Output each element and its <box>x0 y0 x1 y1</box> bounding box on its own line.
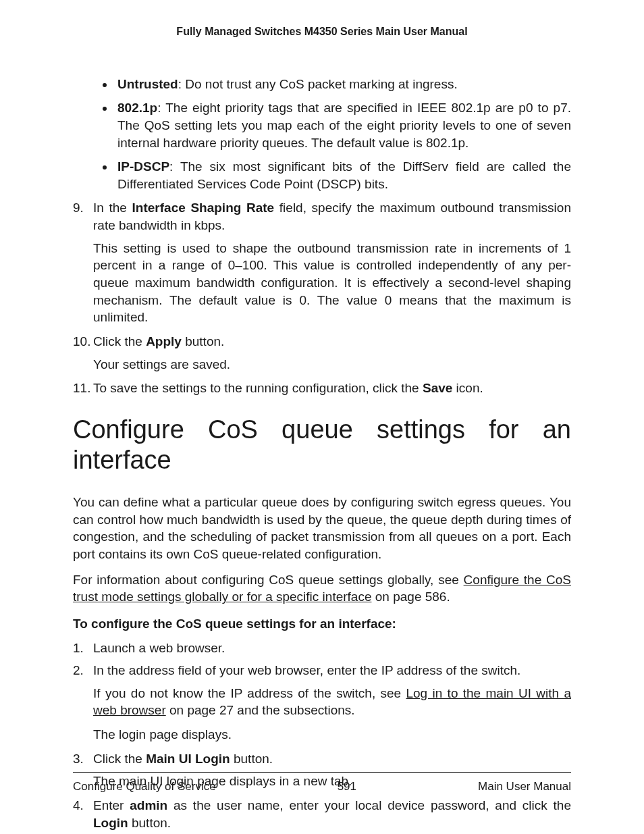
step-11: To save the settings to the running conf… <box>93 380 571 397</box>
step-3: Click the Main UI Login button. <box>93 750 571 768</box>
text: Click the <box>93 334 146 348</box>
term: Untrusted <box>117 77 178 91</box>
step-10: Click the Apply button. <box>93 333 571 350</box>
footer-left: Configure Quality of Service <box>73 779 216 795</box>
bold-term: admin <box>130 798 167 812</box>
bullet-ipdscp: IP-DSCP: The six most significant bits o… <box>115 158 571 192</box>
desc: : Do not trust any CoS packet marking at… <box>178 77 458 91</box>
text: button. <box>128 816 171 830</box>
bold-term: Apply <box>146 334 182 348</box>
ordered-steps-continued-11: To save the settings to the running conf… <box>73 380 571 397</box>
text: In the address field of your web browser… <box>93 663 520 677</box>
text: In the <box>93 201 132 215</box>
desc: : The eight priority tags that are speci… <box>117 101 571 149</box>
text: To save the settings to the running conf… <box>93 381 423 395</box>
bullet-untrusted: Untrusted: Do not trust any CoS packet m… <box>115 76 571 93</box>
step-1: Launch a web browser. <box>93 640 571 657</box>
step-4: Enter admin as the user name, enter your… <box>93 797 571 831</box>
bullet-8021p: 802.1p: The eight priority tags that are… <box>115 99 571 151</box>
bullet-list: Untrusted: Do not trust any CoS packet m… <box>73 76 571 193</box>
page-footer: Configure Quality of Service 591 Main Us… <box>73 772 571 795</box>
text: Enter <box>93 798 130 812</box>
step-2-note-1: If you do not know the IP address of the… <box>93 685 571 719</box>
desc: : The six most significant bits of the D… <box>117 159 571 191</box>
term: IP-DSCP <box>117 159 169 174</box>
bold-term: Save <box>423 381 452 395</box>
intro-paragraph-2: For information about configuring CoS qu… <box>73 571 571 606</box>
footer-right: Main User Manual <box>478 779 571 795</box>
text: as the user name, enter your local devic… <box>167 798 571 812</box>
step-10-note: Your settings are saved. <box>93 356 571 373</box>
step-9-note: This setting is used to shape the outbou… <box>93 240 571 326</box>
text: For information about configuring CoS qu… <box>73 573 464 587</box>
procedure-steps: Launch a web browser. In the address fie… <box>73 640 571 679</box>
procedure-heading: To configure the CoS queue settings for … <box>73 615 571 633</box>
text: If you do not know the IP address of the… <box>93 686 406 700</box>
ordered-steps-continued: In the Interface Shaping Rate field, spe… <box>73 199 571 234</box>
footer-page-number: 591 <box>338 779 356 795</box>
procedure-steps-cont-4: Enter admin as the user name, enter your… <box>73 797 571 831</box>
step-2-note-2: The login page displays. <box>93 726 571 744</box>
step-2: In the address field of your web browser… <box>93 662 571 679</box>
bold-term: Main UI Login <box>146 752 230 766</box>
bold-term: Login <box>93 816 128 830</box>
text: button. <box>182 334 224 348</box>
page-content: Untrusted: Do not trust any CoS packet m… <box>73 76 571 832</box>
intro-paragraph-1: You can define what a particular queue d… <box>73 494 571 563</box>
term: 802.1p <box>117 101 157 115</box>
section-heading: Configure CoS queue settings for an inte… <box>73 415 571 476</box>
bold-term: Interface Shaping Rate <box>132 201 275 215</box>
page-header: Fully Managed Switches M4350 Series Main… <box>73 24 571 39</box>
text: icon. <box>452 381 483 395</box>
step-9: In the Interface Shaping Rate field, spe… <box>93 199 571 234</box>
text: on page 27 and the subsections. <box>166 703 355 717</box>
ordered-steps-continued-10: Click the Apply button. <box>73 333 571 350</box>
text: on page 586. <box>371 590 450 604</box>
text: button. <box>230 752 273 766</box>
text: Click the <box>93 752 146 766</box>
procedure-steps-cont: Click the Main UI Login button. <box>73 750 571 768</box>
